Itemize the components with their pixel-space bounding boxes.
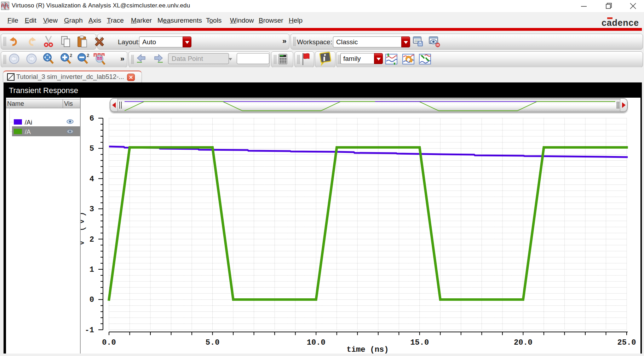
svg-text:4: 4 bbox=[90, 175, 94, 184]
svg-text:V (V): V (V) bbox=[81, 210, 87, 246]
svg-text:1: 1 bbox=[90, 265, 94, 274]
svg-text:2: 2 bbox=[70, 53, 72, 58]
svg-text:3: 3 bbox=[90, 205, 94, 214]
svg-text:-1: -1 bbox=[85, 326, 94, 335]
svg-text:2: 2 bbox=[87, 53, 89, 58]
svg-text:20.0: 20.0 bbox=[514, 338, 533, 347]
svg-text:0: 0 bbox=[90, 295, 94, 304]
svg-text:15.0: 15.0 bbox=[410, 338, 429, 347]
svg-text:6: 6 bbox=[90, 114, 94, 123]
svg-text:25.0: 25.0 bbox=[617, 338, 636, 347]
svg-text:5.0: 5.0 bbox=[206, 338, 220, 347]
svg-text:10.0: 10.0 bbox=[307, 338, 326, 347]
svg-text:5: 5 bbox=[90, 144, 94, 153]
svg-text:2: 2 bbox=[90, 235, 94, 244]
svg-text:0.0: 0.0 bbox=[102, 338, 116, 347]
svg-text:time (ns): time (ns) bbox=[347, 345, 389, 354]
